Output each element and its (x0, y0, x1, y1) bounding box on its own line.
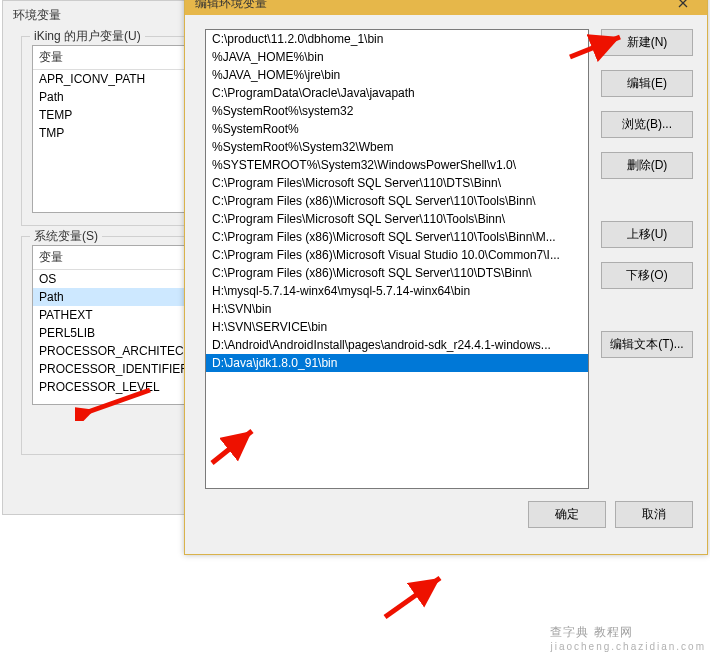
editwin-bottom-buttons: 确定 取消 (185, 495, 707, 540)
list-item[interactable]: C:\product\11.2.0\dbhome_1\bin (206, 30, 588, 48)
list-item[interactable]: %JAVA_HOME%\jre\bin (206, 66, 588, 84)
watermark: 查字典 教程网 jiaocheng.chazidian.com (550, 624, 706, 652)
path-entries-list[interactable]: C:\product\11.2.0\dbhome_1\bin%JAVA_HOME… (205, 29, 589, 489)
list-item[interactable]: C:\Program Files (x86)\Microsoft SQL Ser… (206, 264, 588, 282)
list-item[interactable]: H:\SVN\SERVICE\bin (206, 318, 588, 336)
editwin-ok-button[interactable]: 确定 (528, 501, 606, 528)
list-item[interactable]: %SystemRoot%\System32\Wbem (206, 138, 588, 156)
edit-text-button[interactable]: 编辑文本(T)... (601, 331, 693, 358)
list-item[interactable]: %JAVA_HOME%\bin (206, 48, 588, 66)
list-item[interactable]: D:\Java\jdk1.8.0_91\bin (206, 354, 588, 372)
list-item[interactable]: C:\Program Files\Microsoft SQL Server\11… (206, 174, 588, 192)
system-vars-label: 系统变量(S) (30, 228, 102, 245)
watermark-text: 查字典 教程网 (550, 625, 632, 639)
list-item[interactable]: %SYSTEMROOT%\System32\WindowsPowerShell\… (206, 156, 588, 174)
editwin-titlebar: 编辑环境变量 (185, 0, 707, 15)
close-icon (678, 0, 688, 8)
edit-env-var-dialog: 编辑环境变量 C:\product\11.2.0\dbhome_1\bin%JA… (184, 0, 708, 555)
list-item[interactable]: C:\ProgramData\Oracle\Java\javapath (206, 84, 588, 102)
editwin-title: 编辑环境变量 (195, 0, 267, 12)
list-item[interactable]: H:\mysql-5.7.14-winx64\mysql-5.7.14-winx… (206, 282, 588, 300)
list-item[interactable]: D:\Android\AndroidInstall\pages\android-… (206, 336, 588, 354)
watermark-sub: jiaocheng.chazidian.com (550, 641, 706, 652)
editwin-side-buttons: 新建(N) 编辑(E) 浏览(B)... 删除(D) 上移(U) 下移(O) 编… (601, 29, 693, 489)
annotation-arrow (380, 572, 460, 622)
edit-entry-button[interactable]: 编辑(E) (601, 70, 693, 97)
list-item[interactable]: C:\Program Files\Microsoft SQL Server\11… (206, 210, 588, 228)
delete-entry-button[interactable]: 删除(D) (601, 152, 693, 179)
editwin-cancel-button[interactable]: 取消 (615, 501, 693, 528)
list-item[interactable]: C:\Program Files (x86)\Microsoft Visual … (206, 246, 588, 264)
close-button[interactable] (663, 0, 703, 13)
list-item[interactable]: %SystemRoot%\system32 (206, 102, 588, 120)
browse-button[interactable]: 浏览(B)... (601, 111, 693, 138)
user-vars-label: iKing 的用户变量(U) (30, 28, 145, 45)
list-item[interactable]: H:\SVN\bin (206, 300, 588, 318)
move-down-button[interactable]: 下移(O) (601, 262, 693, 289)
list-item[interactable]: C:\Program Files (x86)\Microsoft SQL Ser… (206, 228, 588, 246)
new-entry-button[interactable]: 新建(N) (601, 29, 693, 56)
list-item[interactable]: C:\Program Files (x86)\Microsoft SQL Ser… (206, 192, 588, 210)
move-up-button[interactable]: 上移(U) (601, 221, 693, 248)
list-item[interactable]: %SystemRoot% (206, 120, 588, 138)
